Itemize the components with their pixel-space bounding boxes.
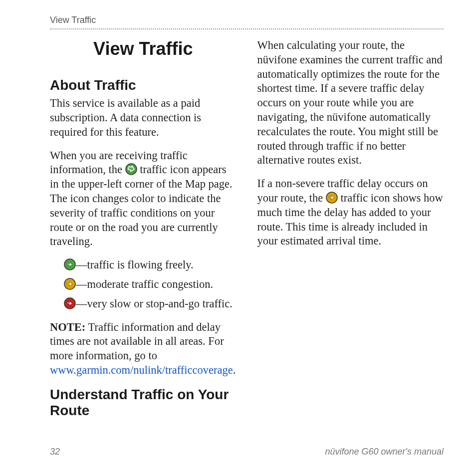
coverage-link[interactable]: www.garmin.com/nulink/trafficcoverage: [50, 364, 233, 376]
understand-p2: If a non-severe traffic delay occurs on …: [257, 177, 444, 248]
traffic-icon-yellow: [64, 278, 76, 290]
legend-green-text: —traffic is flowing freely.: [76, 258, 194, 271]
chapter-title: View Traffic: [50, 38, 237, 59]
running-header-label: View Traffic: [50, 15, 96, 25]
about-p2: When you are receiving traffic informati…: [50, 149, 237, 249]
legend-list: —traffic is flowing freely. —moderate tr…: [64, 258, 237, 311]
legend-yellow: —moderate traffic congestion.: [64, 277, 237, 292]
understand-heading: Understand Traffic on Your Route: [50, 387, 237, 419]
traffic-icon-green-inline: [125, 163, 137, 175]
note-label: NOTE:: [50, 321, 85, 333]
note-body-b: go to: [134, 349, 157, 362]
note-body-c: .: [233, 364, 236, 376]
page-number: 32: [50, 447, 60, 457]
traffic-icon-yellow-inline: [326, 192, 338, 204]
about-heading: About Traffic: [50, 77, 237, 93]
traffic-icon-green: [64, 258, 76, 270]
traffic-icon-red: [64, 297, 76, 309]
legend-yellow-text: —moderate traffic congestion.: [76, 278, 213, 290]
legend-green: —traffic is flowing freely.: [64, 258, 237, 272]
about-p2b: traffic icon appears in the upper-left c…: [50, 163, 233, 247]
running-header: View Traffic: [50, 15, 444, 29]
about-p1: This service is available as a paid subs…: [50, 96, 237, 139]
understand-p1: When calculating your route, the nüvifon…: [257, 38, 444, 168]
manual-name: nüvifone G60 owner's manual: [325, 447, 444, 457]
legend-red: —very slow or stop-and-go traffic.: [64, 297, 237, 311]
legend-red-text: —very slow or stop-and-go traffic.: [76, 297, 233, 310]
content-columns: View Traffic About Traffic This service …: [50, 38, 444, 423]
note-paragraph: NOTE: Traffic information and delay time…: [50, 320, 237, 378]
page-footer: 32 nüvifone G60 owner's manual: [50, 447, 444, 457]
